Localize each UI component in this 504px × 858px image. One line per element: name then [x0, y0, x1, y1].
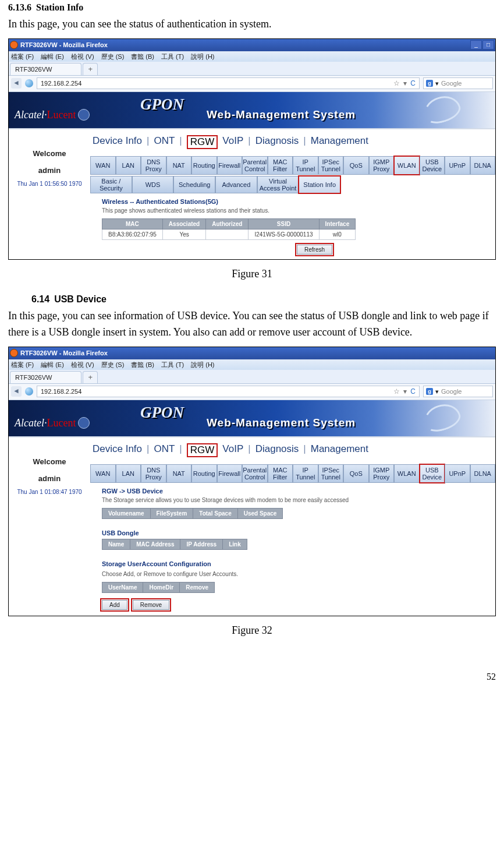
- nav-ont[interactable]: ONT: [154, 443, 175, 457]
- url-bar: ◄ 192.168.2.254 ☆▾C g▾ Google: [9, 384, 495, 400]
- nav-rgw[interactable]: RGW: [187, 443, 218, 457]
- tab-wds[interactable]: WDS: [132, 176, 174, 193]
- tab-upnp[interactable]: UPnP: [445, 464, 470, 483]
- tab-dns-proxy[interactable]: DNS Proxy: [141, 464, 166, 483]
- refresh-button[interactable]: Refresh: [297, 245, 332, 255]
- tab-parental-control[interactable]: Parental Control: [242, 156, 268, 175]
- tab-wlan[interactable]: WLAN: [394, 464, 420, 483]
- menu-bar[interactable]: 檔案 (F)編輯 (E) 檢視 (V)歷史 (S) 書籤 (B)工具 (T) 說…: [9, 51, 495, 62]
- reload-icon[interactable]: C: [410, 387, 416, 396]
- primary-nav: Device Info| ONT| RGW VoIP| Diagnosis| M…: [90, 437, 495, 463]
- tab-usb-device[interactable]: USB Device: [420, 464, 445, 483]
- back-icon[interactable]: ◄: [11, 78, 22, 89]
- window-titlebar: RTF3026VW - Mozilla Firefox: [9, 347, 495, 359]
- tab-mac-filter[interactable]: MAC Filter: [268, 156, 293, 175]
- tab-routing[interactable]: Routing: [191, 464, 217, 483]
- tab-upnp[interactable]: UPnP: [445, 156, 470, 175]
- tab-parental-control[interactable]: Parental Control: [242, 464, 268, 483]
- datetime-label: Thu Jan 1 01:56:50 1970: [9, 181, 90, 187]
- back-icon[interactable]: ◄: [11, 386, 22, 397]
- window-controls[interactable]: _□: [470, 40, 494, 50]
- new-tab-button[interactable]: +: [83, 63, 98, 75]
- nav-management[interactable]: Management: [311, 135, 368, 149]
- figure-32-screenshot: RTF3026VW - Mozilla Firefox 檔案 (F)編輯 (E)…: [8, 347, 496, 616]
- tab-ipsec-tunnel[interactable]: IPSec Tunnel: [318, 156, 344, 175]
- url-text: 192.168.2.254: [41, 80, 81, 87]
- tab-lan[interactable]: LAN: [116, 464, 141, 483]
- tab-lan[interactable]: LAN: [116, 156, 141, 175]
- reload-icon[interactable]: C: [410, 79, 416, 87]
- tab-wan[interactable]: WAN: [90, 156, 116, 175]
- browser-tab[interactable]: RTF3026VW: [10, 371, 81, 383]
- nav-ont[interactable]: ONT: [154, 135, 175, 149]
- tab-station-info[interactable]: Station Info: [299, 176, 340, 193]
- page-crumbs: Wireless -- Authenticated Stations(5G): [90, 195, 495, 206]
- nav-device-info[interactable]: Device Info: [93, 135, 142, 149]
- tab-advanced[interactable]: Advanced: [215, 176, 257, 193]
- star-icon[interactable]: ☆: [393, 79, 400, 87]
- figure-caption: Figure 32: [8, 624, 496, 637]
- new-tab-button[interactable]: +: [83, 371, 98, 383]
- tab-ipsec-tunnel[interactable]: IPSec Tunnel: [318, 464, 344, 483]
- url-input[interactable]: 192.168.2.254 ☆▾C: [37, 386, 420, 397]
- url-input[interactable]: 192.168.2.254 ☆▾C: [37, 77, 420, 89]
- page-desc: This page shows authenticated wireless s…: [90, 206, 495, 218]
- user-account-desc: Choose Add, or Remove to configure User …: [90, 570, 495, 582]
- tab-ip-tunnel[interactable]: IP Tunnel: [293, 464, 318, 483]
- nav-voip[interactable]: VoIP: [222, 443, 243, 457]
- star-icon[interactable]: ☆: [393, 387, 400, 396]
- section-heading: 6.14 USB Device: [31, 294, 496, 305]
- search-box[interactable]: g▾ Google: [423, 386, 493, 397]
- remove-button[interactable]: Remove: [133, 600, 169, 610]
- tab-igmp-proxy[interactable]: IGMP Proxy: [369, 156, 395, 175]
- tab-nat[interactable]: NAT: [166, 464, 192, 483]
- tab-usb-device[interactable]: USB Device: [420, 156, 445, 175]
- tab-ip-tunnel[interactable]: IP Tunnel: [293, 156, 318, 175]
- tab-igmp-proxy[interactable]: IGMP Proxy: [369, 464, 395, 483]
- storage-table: VolumenameFileSystem Total SpaceUsed Spa…: [102, 508, 283, 519]
- section-heading: 6.13.6 Station Info: [8, 2, 496, 13]
- tab-mac-filter[interactable]: MAC Filter: [268, 464, 293, 483]
- firefox-icon: [10, 349, 18, 357]
- tab-qos[interactable]: QoS: [343, 156, 369, 175]
- tab-row-1: WAN LAN DNS Proxy NAT Routing Firewall P…: [90, 156, 495, 175]
- menu-bar[interactable]: 檔案 (F)編輯 (E) 檢視 (V)歷史 (S) 書籤 (B)工具 (T) 說…: [9, 359, 495, 370]
- nav-management[interactable]: Management: [311, 443, 368, 457]
- tab-firewall[interactable]: Firewall: [217, 156, 243, 175]
- nav-diagnosis[interactable]: Diagnosis: [255, 135, 299, 149]
- nav-device-info[interactable]: Device Info: [93, 443, 142, 457]
- tab-nat[interactable]: NAT: [166, 156, 192, 175]
- figure-31-screenshot: RTF3026VW - Mozilla Firefox _□ 檔案 (F)編輯 …: [8, 38, 496, 260]
- nav-rgw[interactable]: RGW: [187, 135, 218, 149]
- tab-routing[interactable]: Routing: [191, 156, 217, 175]
- google-icon: g: [426, 80, 433, 87]
- table-row: B8:A3:86:02:07:95Yes I241WS-5G-00000113 …: [102, 229, 356, 239]
- dongle-table: NameMAC Address IP AddressLink: [102, 539, 247, 550]
- browser-tab[interactable]: RTF3026VW: [10, 63, 81, 75]
- tab-dns-proxy[interactable]: DNS Proxy: [141, 156, 166, 175]
- search-box[interactable]: g▾ Google: [423, 77, 493, 89]
- tab-basic-security[interactable]: Basic / Security: [90, 176, 132, 193]
- url-text: 192.168.2.254: [41, 388, 81, 395]
- user-account-table: UserNameHomeDirRemove: [102, 582, 215, 593]
- welcome-label: Welcome: [9, 457, 90, 466]
- tab-virtual-ap[interactable]: Virtual Access Point: [257, 176, 299, 193]
- site-icon: [25, 387, 33, 396]
- tab-qos[interactable]: QoS: [343, 464, 369, 483]
- add-button[interactable]: Add: [102, 600, 127, 610]
- browser-tabs: RTF3026VW +: [9, 62, 495, 76]
- welcome-label: Welcome: [9, 149, 90, 158]
- nav-voip[interactable]: VoIP: [222, 135, 243, 149]
- tab-firewall[interactable]: Firewall: [217, 464, 243, 483]
- datetime-label: Thu Jan 1 01:08:47 1970: [9, 489, 90, 495]
- primary-nav: Device Info| ONT| RGW VoIP| Diagnosis| M…: [90, 129, 495, 155]
- browser-tabs: RTF3026VW +: [9, 370, 495, 384]
- figure-caption: Figure 31: [8, 268, 496, 280]
- tab-scheduling[interactable]: Scheduling: [173, 176, 215, 193]
- tab-dlna[interactable]: DLNA: [470, 156, 496, 175]
- tab-dlna[interactable]: DLNA: [470, 464, 496, 483]
- tab-wan[interactable]: WAN: [90, 464, 116, 483]
- window-title: RTF3026VW - Mozilla Firefox: [20, 349, 108, 356]
- tab-wlan[interactable]: WLAN: [394, 156, 420, 175]
- nav-diagnosis[interactable]: Diagnosis: [255, 443, 299, 457]
